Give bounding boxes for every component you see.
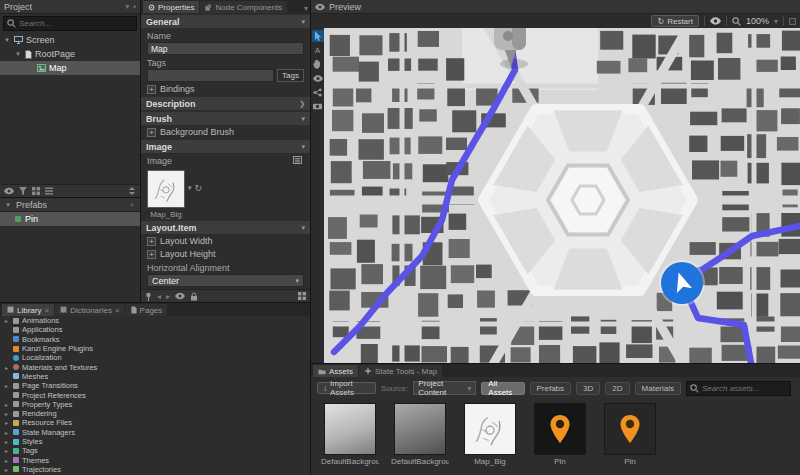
library-item-styles[interactable]: ▸Styles: [0, 437, 310, 446]
expand-arrow-icon[interactable]: ▾: [14, 50, 22, 58]
expand-arrow-icon[interactable]: ▸: [3, 419, 10, 426]
tab-assets[interactable]: Assets: [313, 365, 358, 377]
add-bindings-row[interactable]: + Bindings: [141, 83, 310, 95]
filter-prefabs[interactable]: Prefabs: [530, 382, 572, 395]
tab-state-tools-map[interactable]: State Tools - Map: [359, 365, 442, 377]
library-item-trajectories[interactable]: ▸Trajectories: [0, 465, 310, 474]
pointer-tool[interactable]: [312, 30, 324, 42]
add-prefab-icon[interactable]: ＋: [128, 199, 136, 210]
list-view-icon[interactable]: [45, 187, 53, 195]
filter-all-assets[interactable]: All Assets: [481, 382, 524, 395]
project-search[interactable]: [3, 16, 137, 31]
prefab-item-pin[interactable]: Pin: [0, 212, 140, 226]
name-input[interactable]: [147, 42, 304, 55]
add-layout-width-row[interactable]: + Layout Width: [141, 235, 310, 247]
tree-item-map[interactable]: Map: [0, 61, 140, 75]
tags-input[interactable]: [147, 69, 274, 82]
inspect-tool[interactable]: [312, 72, 324, 84]
library-item-animations[interactable]: ▸Animations: [0, 316, 310, 325]
tab-node-components[interactable]: Node Components: [200, 1, 287, 13]
expand-arrow-icon[interactable]: ▸: [3, 382, 10, 389]
asset-card-pin-2[interactable]: Pin: [601, 403, 659, 466]
library-item-localization[interactable]: Localization: [0, 353, 310, 362]
expand-arrow-icon[interactable]: ▸: [3, 410, 10, 417]
expand-arrow-icon[interactable]: ▾: [3, 36, 11, 44]
asset-browser-icon[interactable]: [293, 156, 302, 164]
image-refresh-icon[interactable]: ↻: [195, 170, 203, 193]
asset-card-default-background-2[interactable]: DefaultBackgrou...: [391, 403, 449, 466]
preview-viewport[interactable]: [324, 28, 800, 363]
expand-arrow-icon[interactable]: ▸: [3, 429, 10, 436]
pan-tool[interactable]: [312, 58, 324, 70]
library-item-applications[interactable]: Applications: [0, 325, 310, 334]
tab-dictionaries[interactable]: Dictionaries ×: [55, 304, 124, 316]
tab-properties[interactable]: Properties: [143, 1, 199, 13]
library-item-project-references[interactable]: Project References: [0, 390, 310, 399]
add-background-brush-row[interactable]: + Background Brush: [141, 126, 310, 138]
tab-pages[interactable]: Pages: [126, 304, 168, 316]
nodes-tool[interactable]: [312, 86, 324, 98]
expand-arrow-icon[interactable]: ▸: [3, 466, 10, 473]
image-dropdown-icon[interactable]: ▾: [188, 170, 192, 192]
library-item-property-types[interactable]: ▸Property Types: [0, 400, 310, 409]
expand-arrow-icon[interactable]: ▸: [3, 401, 10, 408]
capture-tool[interactable]: [312, 100, 324, 112]
tabbar-menu-icon[interactable]: ▾: [304, 4, 308, 13]
close-tab-icon[interactable]: ×: [115, 306, 120, 315]
library-item-rendering[interactable]: ▸Rendering: [0, 409, 310, 418]
image-thumbnail[interactable]: [147, 170, 185, 208]
filter-2d[interactable]: 2D: [605, 382, 629, 395]
tree-item-screen[interactable]: ▾ Screen: [0, 33, 140, 47]
asset-card-default-background-1[interactable]: DefaultBackgrou...: [321, 403, 379, 466]
import-assets-button[interactable]: ↓ Import Assets: [317, 382, 376, 394]
project-search-input[interactable]: [19, 19, 133, 28]
filter-3d[interactable]: 3D: [576, 382, 600, 395]
library-item-page-transitions[interactable]: ▸Page Transitions: [0, 381, 310, 390]
filter-materials[interactable]: Materials: [635, 382, 681, 395]
asset-card-pin-1[interactable]: Pin: [531, 403, 589, 466]
section-description[interactable]: Description ❯: [141, 97, 310, 110]
tab-library[interactable]: Library ×: [2, 304, 54, 316]
library-item-bookmarks[interactable]: Bookmarks: [0, 335, 310, 344]
filter-icon[interactable]: [19, 187, 27, 195]
panel-pin-icon[interactable]: ▪: [133, 2, 136, 11]
expand-arrow-icon[interactable]: ▸: [3, 457, 10, 464]
preview-option-checkbox[interactable]: [789, 18, 796, 25]
lock-icon[interactable]: [190, 292, 198, 301]
preview-visibility-icon[interactable]: [710, 17, 721, 25]
zoom-level[interactable]: 100%: [746, 16, 769, 26]
text-tool[interactable]: A: [312, 44, 324, 56]
section-brush[interactable]: Brush ▾: [141, 112, 310, 125]
section-layout-item[interactable]: Layout.Item ▾: [141, 221, 310, 234]
library-item-tags[interactable]: ▸Tags: [0, 446, 310, 455]
library-item-themes[interactable]: ▸Themes: [0, 455, 310, 464]
tree-item-rootpage[interactable]: ▾ RootPage: [0, 47, 140, 61]
expand-arrow-icon[interactable]: ▸: [3, 317, 10, 324]
panel-options-icon[interactable]: ▾: [125, 2, 129, 11]
close-tab-icon[interactable]: ×: [44, 306, 49, 315]
restart-button[interactable]: ↻ Restart: [651, 15, 699, 27]
library-item-kanzi-engine-plugins[interactable]: Kanzi Engine Plugins: [0, 344, 310, 353]
source-dropdown[interactable]: Project Content ▾: [413, 381, 476, 395]
library-item-materials-and-textures[interactable]: ▸Materials and Textures: [0, 362, 310, 371]
tags-button[interactable]: Tags: [277, 69, 304, 82]
pin-property-icon[interactable]: [145, 292, 152, 301]
library-item-resource-files[interactable]: ▸Resource Files: [0, 418, 310, 427]
assets-search[interactable]: [686, 381, 791, 396]
asset-card-map-big[interactable]: Map_Big: [461, 403, 519, 466]
expand-arrow-icon[interactable]: ▸: [3, 438, 10, 445]
visibility-icon[interactable]: [4, 187, 14, 195]
collapse-arrow-icon[interactable]: ▾: [4, 201, 12, 209]
expand-arrow-icon[interactable]: ▸: [3, 364, 10, 371]
layout-grid-icon[interactable]: [298, 292, 306, 300]
assets-search-input[interactable]: [702, 384, 787, 393]
prev-icon[interactable]: ◂: [157, 292, 161, 301]
library-item-state-managers[interactable]: ▸State Managers: [0, 428, 310, 437]
library-item-meshes[interactable]: Meshes: [0, 372, 310, 381]
eye-icon[interactable]: [175, 292, 185, 300]
zoom-dropdown-icon[interactable]: ▾: [774, 17, 778, 26]
expand-arrow-icon[interactable]: ▸: [3, 447, 10, 454]
section-general[interactable]: General ▾: [141, 15, 310, 28]
next-icon[interactable]: ▸: [166, 292, 170, 301]
expand-all-icon[interactable]: [128, 187, 136, 195]
